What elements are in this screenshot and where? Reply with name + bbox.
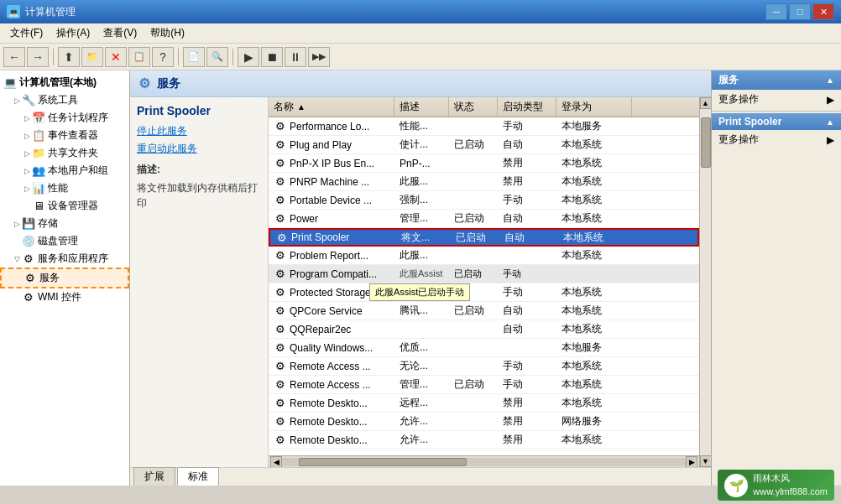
center-panel: ⚙ 服务 Print Spooler 停止此服务 重启动此服务 描述: 将文件加… bbox=[130, 70, 711, 486]
service-row[interactable]: ⚙Problem Report... 此服... 本地系统 bbox=[269, 247, 699, 265]
service-row[interactable]: ⚙Portable Device ... 强制... 手动 本地系统 bbox=[269, 191, 699, 210]
tree-services-apps[interactable]: ▽ ⚙ 服务和应用程序 bbox=[0, 250, 129, 268]
tree-device-manager[interactable]: 🖥 设备管理器 bbox=[0, 197, 129, 215]
expand-arrow: ▷ bbox=[12, 219, 22, 229]
svc-icon: ⚙ bbox=[274, 194, 287, 207]
tools-icon: 🔧 bbox=[22, 94, 35, 107]
service-row[interactable]: ⚙Remote Access ... 管理... 已启动 手动 本地系统 bbox=[269, 376, 699, 394]
service-list-area: 名称▲ 描述 状态 启动类型 登录为 ⚙Performance Lo... 性能… bbox=[269, 97, 699, 467]
play-button[interactable]: ▶ bbox=[238, 47, 259, 67]
toolbar-sep-1 bbox=[53, 49, 54, 65]
service-icon: ⚙ bbox=[24, 272, 37, 285]
col-login: 登录为 bbox=[556, 97, 632, 117]
menu-help[interactable]: 帮助(H) bbox=[144, 24, 191, 42]
toolbar-btn-extra1[interactable]: 📄 bbox=[183, 47, 205, 67]
scroll-up-btn[interactable]: ▲ bbox=[700, 97, 712, 109]
scroll-right-btn[interactable]: ▶ bbox=[686, 456, 697, 468]
service-row[interactable]: ⚙QQRepair2ec 自动 本地系统 bbox=[269, 320, 699, 339]
tree-disk-mgmt[interactable]: 💿 磁盘管理 bbox=[0, 232, 129, 250]
tree-root[interactable]: 💻 计算机管理(本地) bbox=[0, 74, 129, 91]
title-bar: 💻 计算机管理 ─ □ ✕ bbox=[0, 0, 841, 23]
menu-file[interactable]: 文件(F) bbox=[3, 24, 50, 42]
tree-shared-folders[interactable]: ▷ 📁 共享文件夹 bbox=[0, 144, 129, 162]
delete-button[interactable]: ✕ bbox=[105, 47, 127, 67]
scroll-left-btn[interactable]: ◀ bbox=[270, 456, 282, 468]
service-row[interactable]: ⚙Power 管理... 已启动 自动 本地系统 bbox=[269, 210, 699, 228]
service-row[interactable]: ⚙Quality Windows... 优质... 本地服务 bbox=[269, 339, 699, 357]
app-icon: 💻 bbox=[7, 5, 20, 18]
services-panel-header: ⚙ 服务 bbox=[130, 70, 711, 97]
tree-services[interactable]: ⚙ 服务 bbox=[0, 268, 129, 288]
computer-icon: 💻 bbox=[3, 76, 17, 90]
vertical-scrollbar[interactable]: ▲ ▼ bbox=[699, 97, 711, 467]
menu-view[interactable]: 查看(V) bbox=[97, 24, 144, 42]
tab-standard[interactable]: 标准 bbox=[177, 467, 219, 486]
service-row[interactable]: ⚙Protected Storage 为敏... 手动 本地系统 bbox=[269, 283, 699, 302]
tab-extended[interactable]: 扩展 bbox=[133, 467, 175, 486]
tree-event-viewer[interactable]: ▷ 📋 事件查看器 bbox=[0, 127, 129, 144]
pause-button[interactable]: ⏸ bbox=[285, 47, 306, 67]
service-row[interactable]: ⚙PNRP Machine ... 此服... 禁用 本地系统 bbox=[269, 173, 699, 191]
service-row[interactable]: ⚙Remote Deskto... 允许... 禁用 网络服务 bbox=[269, 413, 699, 431]
action2-arrow: ▶ bbox=[827, 134, 834, 146]
right-panel: 服务 ▲ 更多操作 ▶ Print Spooler ▲ 更多操作 ▶ bbox=[711, 70, 841, 486]
expand-arrow: ▷ bbox=[22, 148, 32, 158]
services-apps-icon: ⚙ bbox=[22, 252, 35, 266]
right-action-2[interactable]: 更多操作 ▶ bbox=[712, 130, 841, 149]
watermark-logo: 🌱 bbox=[724, 474, 748, 497]
svc-icon: ⚙ bbox=[274, 378, 287, 392]
col-status: 状态 bbox=[449, 97, 498, 117]
back-button[interactable]: ← bbox=[3, 47, 25, 67]
watermark-text: 雨林木风 www.ylmf888.com bbox=[753, 472, 828, 498]
up-button[interactable]: ⬆ bbox=[58, 47, 80, 67]
toolbar-btn-extra2[interactable]: 🔍 bbox=[206, 47, 228, 67]
service-row[interactable]: ⚙PnP-X IP Bus En... PnP-... 禁用 本地系统 bbox=[269, 154, 699, 173]
menu-bar: 文件(F) 操作(A) 查看(V) 帮助(H) bbox=[0, 23, 841, 44]
expand-arrow: ▽ bbox=[12, 254, 22, 264]
menu-action[interactable]: 操作(A) bbox=[50, 24, 97, 42]
forward-button[interactable]: → bbox=[27, 47, 49, 67]
close-button[interactable]: ✕ bbox=[812, 3, 834, 20]
service-row[interactable]: ⚙Performance Lo... 性能... 手动 本地服务 bbox=[269, 117, 699, 136]
tree-system-tools[interactable]: ▷ 🔧 系统工具 bbox=[0, 91, 129, 109]
restart-button[interactable]: ▶▶ bbox=[308, 47, 330, 67]
help-button[interactable]: ? bbox=[152, 47, 174, 67]
service-row[interactable]: ⚙Remote Deskto... 远程... 禁用 本地系统 bbox=[269, 394, 699, 413]
svc-icon: ⚙ bbox=[274, 212, 287, 226]
tree-storage[interactable]: ▷ 💾 存储 bbox=[0, 215, 129, 232]
users-icon: 👥 bbox=[32, 164, 45, 178]
tree-wmi[interactable]: ⚙ WMI 控件 bbox=[0, 288, 129, 306]
svc-icon: ⚙ bbox=[274, 360, 287, 373]
right-action-1[interactable]: 更多操作 ▶ bbox=[712, 90, 841, 109]
tree-performance[interactable]: ▷ 📊 性能 bbox=[0, 179, 129, 197]
svc-icon: ⚙ bbox=[274, 286, 287, 299]
minimize-button[interactable]: ─ bbox=[765, 3, 787, 20]
tree-task-scheduler[interactable]: ▷ 📅 任务计划程序 bbox=[0, 109, 129, 127]
svc-icon: ⚙ bbox=[274, 434, 287, 447]
scroll-down-btn[interactable]: ▼ bbox=[700, 455, 712, 467]
properties-button[interactable]: 📋 bbox=[128, 47, 150, 67]
wmi-icon: ⚙ bbox=[22, 291, 35, 304]
svc-icon: ⚙ bbox=[274, 268, 287, 281]
col-name[interactable]: 名称▲ bbox=[269, 97, 394, 117]
folder-button[interactable]: 📁 bbox=[81, 47, 103, 67]
service-row-print-spooler[interactable]: ⚙Print Spooler 将文... 已启动 自动 本地系统 bbox=[269, 228, 699, 247]
service-row[interactable]: ⚙Remote Deskto... 允许... 禁用 本地系统 bbox=[269, 431, 699, 449]
h-scroll-thumb[interactable] bbox=[299, 458, 467, 466]
stop-service-link[interactable]: 停止此服务 bbox=[137, 124, 261, 138]
horizontal-scrollbar[interactable]: ◀ ▶ bbox=[269, 455, 699, 467]
v-scroll-thumb[interactable] bbox=[701, 117, 711, 168]
service-row-compat[interactable]: ⚙Program Compati... 此服Assist 已启动 手动 此服As… bbox=[269, 265, 699, 283]
event-icon: 📋 bbox=[32, 129, 45, 143]
tree-local-users[interactable]: ▷ 👥 本地用户和组 bbox=[0, 162, 129, 179]
stop-button[interactable]: ⏹ bbox=[261, 47, 283, 67]
maximize-button[interactable]: □ bbox=[789, 3, 811, 20]
service-row[interactable]: ⚙Remote Access ... 无论... 手动 本地系统 bbox=[269, 357, 699, 376]
service-row[interactable]: ⚙Plug and Play 使计... 已启动 自动 本地系统 bbox=[269, 136, 699, 154]
col-startup: 启动类型 bbox=[498, 97, 556, 117]
tree-panel: 💻 计算机管理(本地) ▷ 🔧 系统工具 ▷ 📅 任务计划程序 ▷ 📋 事件查看… bbox=[0, 70, 130, 486]
bottom-tabs: 扩展 标准 bbox=[130, 467, 711, 486]
service-row[interactable]: ⚙QPCore Service 腾讯... 已启动 自动 本地系统 bbox=[269, 302, 699, 320]
restart-service-link[interactable]: 重启动此服务 bbox=[137, 142, 261, 156]
desc-label: 描述: bbox=[137, 163, 261, 177]
